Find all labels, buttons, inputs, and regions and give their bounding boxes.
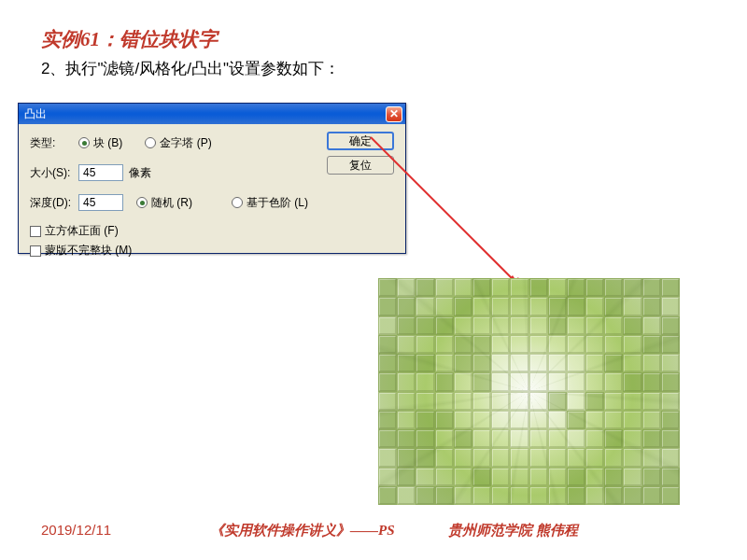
radio-random-label: 随机 (R) xyxy=(151,195,192,211)
date-stamp: 2019/12/11 xyxy=(41,522,111,538)
step-instruction: 2、执行"滤镜/风格化/凸出"设置参数如下： xyxy=(41,58,340,79)
checkbox-cube-front[interactable]: 立方体正面 (F) xyxy=(30,223,394,239)
type-label: 类型: xyxy=(30,135,78,151)
extrude-dialog: 凸出 ✕ 类型: 块 (B) 金字塔 (P) 大小(S): 45 像素 深度(D xyxy=(18,103,406,254)
dialog-body: 类型: 块 (B) 金字塔 (P) 大小(S): 45 像素 深度(D): 45 xyxy=(19,124,405,253)
checkbox-icon xyxy=(30,226,41,237)
checkbox-mask-label: 蒙版不完整块 (M) xyxy=(45,243,132,259)
radio-random[interactable]: 随机 (R) xyxy=(136,195,192,211)
dialog-titlebar: 凸出 ✕ xyxy=(19,104,405,124)
radio-icon xyxy=(145,137,156,148)
extrude-bg xyxy=(378,278,680,505)
radio-pyramid-label: 金字塔 (P) xyxy=(160,135,211,151)
size-unit: 像素 xyxy=(129,165,151,181)
footer-title: 《实用软件操作讲义》——PS xyxy=(210,522,395,539)
size-label: 大小(S): xyxy=(30,165,78,181)
radio-icon xyxy=(78,137,90,148)
radio-icon xyxy=(136,197,148,208)
checkbox-cube-front-label: 立方体正面 (F) xyxy=(45,223,119,239)
radio-level-label: 基于色阶 (L) xyxy=(247,195,308,211)
example-title: 实例61：错位块状字 xyxy=(41,26,218,52)
result-preview xyxy=(378,278,680,505)
checkbox-icon xyxy=(30,245,41,257)
dialog-title: 凸出 xyxy=(24,106,47,122)
radio-block-label: 块 (B) xyxy=(93,135,122,151)
depth-row: 深度(D): 45 随机 (R) 基于色阶 (L) xyxy=(30,193,394,212)
reset-button[interactable]: 复位 xyxy=(327,156,394,175)
radio-level[interactable]: 基于色阶 (L) xyxy=(232,195,308,211)
depth-radio-group: 随机 (R) 基于色阶 (L) xyxy=(136,195,308,211)
depth-label: 深度(D): xyxy=(30,195,78,211)
size-input[interactable]: 45 xyxy=(78,164,123,181)
checkbox-mask-incomplete[interactable]: 蒙版不完整块 (M) xyxy=(30,243,394,259)
depth-input[interactable]: 45 xyxy=(78,194,123,211)
dialog-buttons: 确定 复位 xyxy=(327,132,394,175)
type-radio-group: 块 (B) 金字塔 (P) xyxy=(78,135,212,151)
radio-icon xyxy=(232,197,243,208)
footer-author: 贵州师范学院 熊伟程 xyxy=(448,522,578,539)
close-icon[interactable]: ✕ xyxy=(386,106,402,122)
ok-button[interactable]: 确定 xyxy=(327,132,394,150)
radio-pyramid[interactable]: 金字塔 (P) xyxy=(145,135,211,151)
perspective-overlay xyxy=(378,278,680,505)
radio-block[interactable]: 块 (B) xyxy=(78,135,122,151)
